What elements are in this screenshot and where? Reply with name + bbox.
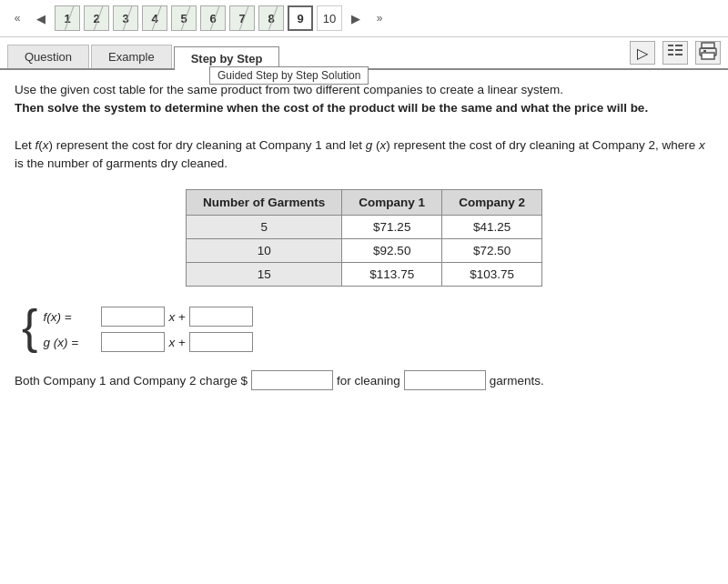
fx-x-label: x + bbox=[168, 310, 185, 324]
list-icon bbox=[666, 43, 684, 64]
bottom-text2: for cleaning bbox=[337, 374, 400, 388]
garments-cell: 15 bbox=[187, 263, 342, 287]
last-page-button[interactable]: » bbox=[369, 8, 389, 28]
page-btn-4[interactable]: 4 bbox=[142, 5, 167, 31]
page-btn-2[interactable]: 2 bbox=[84, 5, 109, 31]
page-btn-6[interactable]: 6 bbox=[200, 5, 226, 31]
gx-constant-input[interactable] bbox=[189, 332, 253, 352]
tab-question[interactable]: Question bbox=[7, 45, 89, 68]
page-btn-7[interactable]: 7 bbox=[229, 5, 255, 31]
col-header-garments: Number of Garments bbox=[187, 190, 342, 216]
col-header-company2: Company 2 bbox=[442, 190, 542, 216]
svg-rect-5 bbox=[675, 54, 682, 55]
table-row: 5 $71.25 $41.25 bbox=[187, 216, 542, 239]
play-icon-button[interactable]: ▷ bbox=[630, 41, 655, 65]
svg-rect-0 bbox=[668, 45, 673, 46]
garments-cell: 10 bbox=[187, 239, 342, 263]
top-nav: « ◀ 1 2 3 4 5 6 7 8 9 10 ▶ » bbox=[0, 0, 728, 37]
list-icon-button[interactable] bbox=[662, 41, 688, 65]
guided-tooltip: Guided Step by Step Solution bbox=[209, 66, 369, 85]
garments-cell: 5 bbox=[187, 216, 342, 239]
fx-coefficient-input[interactable] bbox=[101, 307, 165, 327]
charge-amount-input[interactable] bbox=[251, 370, 333, 390]
cost-table: Number of Garments Company 1 Company 2 5… bbox=[186, 189, 542, 287]
fx-row: f(x) = x + bbox=[43, 307, 252, 327]
company1-cell: $71.25 bbox=[342, 216, 442, 239]
table-row: 15 $113.75 $103.75 bbox=[187, 263, 542, 287]
company1-cell: $92.50 bbox=[342, 239, 442, 263]
svg-rect-3 bbox=[675, 49, 682, 51]
page-btn-8[interactable]: 8 bbox=[258, 5, 284, 31]
intro-line3: Let f(x) represent the cost for dry clea… bbox=[15, 138, 705, 170]
bottom-text3: garments. bbox=[490, 374, 544, 388]
fx-constant-input[interactable] bbox=[189, 307, 253, 327]
svg-rect-2 bbox=[668, 49, 673, 51]
bottom-sentence: Both Company 1 and Company 2 charge $ fo… bbox=[15, 370, 713, 390]
tab-icons: ▷ bbox=[630, 41, 721, 68]
svg-rect-4 bbox=[668, 54, 673, 55]
page-btn-10[interactable]: 10 bbox=[317, 5, 342, 31]
garments-count-input[interactable] bbox=[404, 370, 486, 390]
gx-row: g (x) = x + bbox=[43, 332, 252, 352]
gx-x-label: x + bbox=[168, 336, 185, 349]
company2-cell: $103.75 bbox=[442, 263, 542, 287]
eq-rows: f(x) = x + g (x) = x + bbox=[43, 307, 252, 352]
gx-coefficient-input[interactable] bbox=[101, 332, 165, 352]
main-content: Use the given cost table for the same pr… bbox=[0, 70, 728, 405]
brace-symbol: { bbox=[22, 303, 37, 350]
page-btn-5[interactable]: 5 bbox=[171, 5, 197, 31]
svg-rect-9 bbox=[703, 50, 706, 52]
col-header-company1: Company 1 bbox=[342, 190, 442, 216]
page-btn-9[interactable]: 9 bbox=[288, 5, 313, 31]
company1-cell: $113.75 bbox=[342, 263, 442, 287]
svg-rect-1 bbox=[675, 45, 682, 46]
print-icon bbox=[698, 41, 718, 65]
prev-page-button[interactable]: ◀ bbox=[31, 8, 51, 28]
table-row: 10 $92.50 $72.50 bbox=[187, 239, 542, 263]
first-page-button[interactable]: « bbox=[7, 8, 27, 28]
intro-line2: Then solve the system to determine when … bbox=[15, 101, 648, 115]
next-page-button[interactable]: ▶ bbox=[346, 8, 366, 28]
svg-rect-6 bbox=[702, 43, 714, 48]
intro-text: Use the given cost table for the same pr… bbox=[15, 81, 713, 173]
equations-section: { f(x) = x + g (x) = x + bbox=[22, 303, 713, 352]
page-btn-3[interactable]: 3 bbox=[113, 5, 138, 31]
print-icon-button[interactable] bbox=[695, 41, 721, 65]
fx-label: f(x) = bbox=[43, 310, 97, 324]
tab-example[interactable]: Example bbox=[91, 45, 172, 68]
intro-line1: Use the given cost table for the same pr… bbox=[15, 83, 563, 96]
page-btn-1[interactable]: 1 bbox=[55, 5, 80, 31]
bottom-text1: Both Company 1 and Company 2 charge $ bbox=[15, 374, 248, 388]
svg-rect-8 bbox=[702, 53, 714, 59]
cost-table-wrap: Number of Garments Company 1 Company 2 5… bbox=[15, 189, 713, 287]
gx-label: g (x) = bbox=[43, 336, 97, 349]
company2-cell: $72.50 bbox=[442, 239, 542, 263]
company2-cell: $41.25 bbox=[442, 216, 542, 239]
tabs-bar: Question Example Step by Step Guided Ste… bbox=[0, 37, 728, 70]
play-icon: ▷ bbox=[637, 45, 648, 62]
